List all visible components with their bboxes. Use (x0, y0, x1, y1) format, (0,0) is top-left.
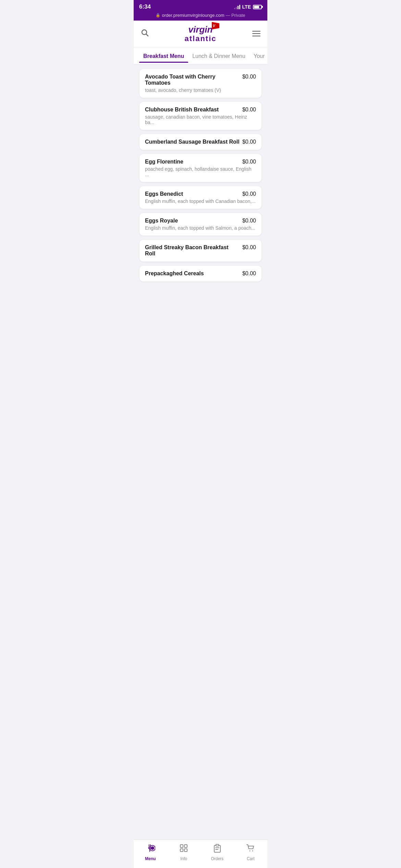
svg-point-0 (142, 30, 147, 35)
menu-item-description: sausage, canadian bacon, vine tomatoes, … (145, 114, 256, 125)
menu-item[interactable]: Avocado Toast with Cherry Tomatoes$0.00t… (139, 69, 262, 98)
menu-item-name: Egg Florentine (145, 159, 240, 165)
hamburger-menu-icon[interactable] (252, 31, 260, 36)
search-icon[interactable] (141, 28, 149, 39)
url-bar: 🔒 order.premiumvirginlounge.com — Privat… (134, 12, 267, 21)
signal-bars (234, 4, 240, 9)
menu-item[interactable]: Egg Florentine$0.00poached egg, spinach,… (139, 154, 262, 182)
logo: virgin V atlantic (184, 25, 216, 43)
lte-label: LTE (242, 4, 251, 10)
menu-item[interactable]: Eggs Royale$0.00English muffin, each top… (139, 213, 262, 236)
lock-icon: 🔒 (156, 13, 160, 17)
private-label: — Private (226, 13, 245, 18)
menu-item-name: Eggs Royale (145, 218, 240, 224)
menu-item[interactable]: Grilled Streaky Bacon Breakfast Roll$0.0… (139, 239, 262, 262)
menu-item-description: toast, avocado, cherry tomatoes (V) (145, 87, 256, 93)
menu-item[interactable]: Cumberland Sausage Breakfast Roll$0.00 (139, 134, 262, 150)
menu-item-name: Avocado Toast with Cherry Tomatoes (145, 74, 240, 86)
menu-item-price: $0.00 (242, 107, 256, 113)
url-text: order.premiumvirginlounge.com (162, 13, 224, 18)
menu-item-description: English muffin, each topped with Salmon,… (145, 225, 256, 231)
tab-lunch-dinner[interactable]: Lunch & Dinner Menu (188, 48, 250, 63)
header: virgin V atlantic (134, 21, 267, 47)
menu-item-description: English muffin, each topped with Canadia… (145, 198, 256, 204)
virgin-flag-icon: V (212, 22, 219, 29)
menu-item-price: $0.00 (242, 244, 256, 251)
menu-item-price: $0.00 (242, 159, 256, 165)
menu-item[interactable]: Prepackaghed Cereals$0.00 (139, 265, 262, 282)
menu-item-price: $0.00 (242, 139, 256, 145)
menu-item-price: $0.00 (242, 74, 256, 80)
menu-item-description: poached egg, spinach, hollandaise sauce,… (145, 166, 256, 177)
menu-item-name: Clubhouse British Breakfast (145, 107, 240, 113)
status-bar: 6:34 LTE (134, 0, 267, 12)
logo-virgin: virgin (189, 24, 213, 35)
menu-item-name: Cumberland Sausage Breakfast Roll (145, 139, 240, 145)
tab-your[interactable]: Your (250, 48, 267, 63)
menu-item-price: $0.00 (242, 270, 256, 277)
tab-breakfast[interactable]: Breakfast Menu (139, 48, 188, 63)
status-time: 6:34 (139, 3, 151, 10)
status-icons: LTE (234, 4, 262, 10)
menu-item-price: $0.00 (242, 191, 256, 197)
menu-item[interactable]: Clubhouse British Breakfast$0.00sausage,… (139, 101, 262, 130)
battery-icon (253, 5, 262, 9)
logo-atlantic: atlantic (184, 34, 216, 43)
tab-bar: Breakfast Menu Lunch & Dinner Menu Your … (134, 47, 267, 64)
menu-scroll-area: Avocado Toast with Cherry Tomatoes$0.00t… (134, 64, 267, 317)
menu-item-name: Grilled Streaky Bacon Breakfast Roll (145, 244, 240, 257)
menu-item-price: $0.00 (242, 218, 256, 224)
menu-list: Avocado Toast with Cherry Tomatoes$0.00t… (134, 64, 267, 286)
menu-item[interactable]: Eggs Benedict$0.00English muffin, each t… (139, 186, 262, 209)
menu-item-name: Eggs Benedict (145, 191, 240, 197)
svg-line-1 (146, 34, 148, 36)
menu-item-name: Prepackaghed Cereals (145, 270, 240, 277)
